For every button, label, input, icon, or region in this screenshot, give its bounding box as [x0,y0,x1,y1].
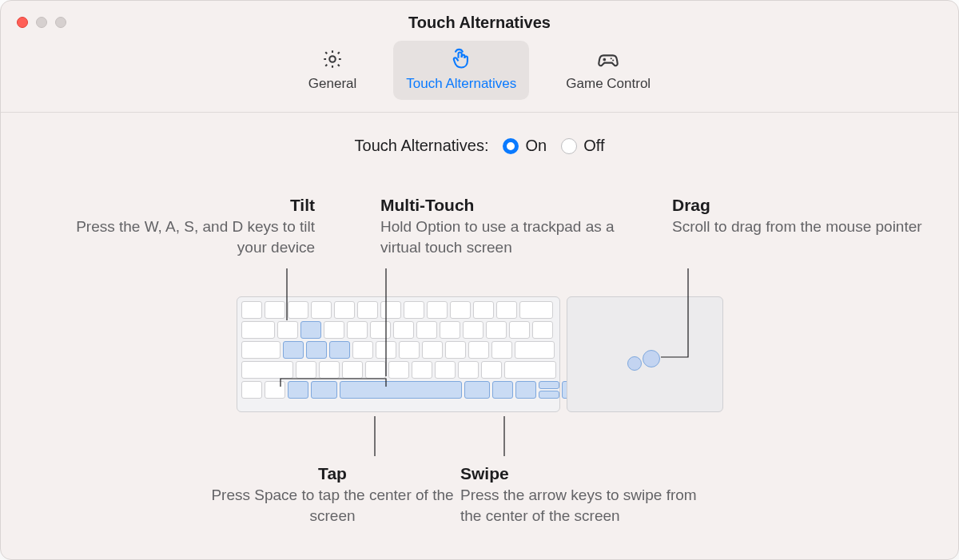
keyboard-key [306,341,327,359]
keyboard-key [486,321,507,339]
keyboard-key [491,341,512,359]
keyboard-key [440,321,460,339]
keyboard-key [468,341,489,359]
keyboard-key [319,361,340,379]
tab-label: General [308,76,356,92]
keyboard-key [539,381,559,389]
callout-body: Press the arrow keys to swipe from the c… [460,485,716,526]
keyboard-key [463,321,483,339]
keyboard-key [329,341,350,359]
keyboard-key [519,301,553,319]
keyboard-key [450,301,471,319]
callout-multi-touch: Multi-Touch Hold Option to use a trackpa… [380,194,652,258]
gear-icon [320,47,344,71]
tab-game-control[interactable]: Game Control [553,41,663,100]
radio-off[interactable]: Off [561,137,604,155]
callout-body: Press Space to tap the center of the scr… [209,485,456,526]
keyboard-key [342,361,363,379]
keyboard-key [347,321,368,339]
callout-body: Scroll to drag from the mouse pointer [672,216,922,237]
titlebar: Touch Alternatives General Touch Alterna… [1,1,958,113]
tab-touch-alternatives[interactable]: Touch Alternatives [393,41,529,100]
keyboard-key [492,381,513,399]
touch-alternatives-toggle: Touch Alternatives: On Off [1,137,958,155]
keyboard-key [515,381,536,399]
keyboard-key [435,361,456,379]
preferences-tabs: General Touch Alternatives Game Control [1,41,958,100]
keyboard-key [283,341,304,359]
keyboard-key [311,381,337,399]
touch-icon [449,47,473,71]
radio-dot-icon [561,138,577,154]
svg-point-2 [612,59,614,61]
keyboard-key [481,361,502,379]
callout-drag: Drag Scroll to drag from the mouse point… [672,194,922,237]
radio-on[interactable]: On [503,137,547,155]
preferences-window: Touch Alternatives General Touch Alterna… [0,0,959,560]
keyboard-key [399,341,420,359]
keyboard-key [532,321,553,339]
radio-dot-icon [503,138,519,154]
keyboard-diagram [237,296,560,412]
keyboard-key [422,341,443,359]
tab-label: Game Control [566,76,651,92]
callout-body: Press the W, A, S, and D keys to tilt yo… [43,216,315,257]
keyboard-key [265,301,285,319]
keyboard-key [416,321,437,339]
keyboard-key [458,361,479,379]
keyboard-key [340,381,462,399]
keyboard-key [509,321,530,339]
keyboard-key [265,381,285,399]
keyboard-key [241,341,281,359]
keyboard-key [445,341,466,359]
callout-title: Tilt [43,194,315,216]
svg-point-0 [329,56,335,62]
keyboard-key [296,361,316,379]
keyboard-key [496,301,517,319]
touch-point-icon [627,356,642,371]
tab-general[interactable]: General [296,41,369,100]
keyboard-key [427,301,448,319]
keyboard-key [464,381,491,399]
keyboard-key [376,341,396,359]
touch-point-icon [643,350,660,367]
callout-title: Multi-Touch [380,194,652,216]
keyboard-key [334,301,355,319]
callout-tilt: Tilt Press the W, A, S, and D keys to ti… [43,194,315,258]
tab-label: Touch Alternatives [406,76,516,92]
preferences-content: Touch Alternatives: On Off Tilt Press th… [1,113,958,559]
keyboard-key [539,391,559,399]
callout-body: Hold Option to use a trackpad as a virtu… [380,216,652,257]
keyboard-key [412,361,432,379]
callout-swipe: Swipe Press the arrow keys to swipe from… [460,463,716,526]
radio-off-label: Off [583,137,604,155]
keyboard-key [370,321,391,339]
keyboard-key [288,301,308,319]
toggle-label: Touch Alternatives: [355,137,489,155]
keyboard-key [241,381,262,399]
keyboard-key [300,321,321,339]
keyboard-key [380,301,401,319]
keyboard-key [288,381,308,399]
keyboard-key [515,341,554,359]
keyboard-key [504,361,556,379]
callout-title: Drag [672,194,922,216]
callout-title: Swipe [460,463,716,485]
game-controller-icon [596,47,620,71]
keyboard-key [404,301,424,319]
keyboard-key [241,361,293,379]
radio-on-label: On [525,137,547,155]
callout-title: Tap [209,463,456,485]
svg-point-1 [611,58,612,59]
keyboard-key [241,301,262,319]
keyboard-key [241,321,275,339]
keyboard-key [357,301,378,319]
keyboard-key [393,321,414,339]
callout-tap: Tap Press Space to tap the center of the… [209,463,456,526]
keyboard-key [311,301,332,319]
keyboard-key [277,321,298,339]
keyboard-key [365,361,386,379]
trackpad-diagram [567,296,723,412]
keyboard-key [473,301,494,319]
keyboard-key [324,321,344,339]
